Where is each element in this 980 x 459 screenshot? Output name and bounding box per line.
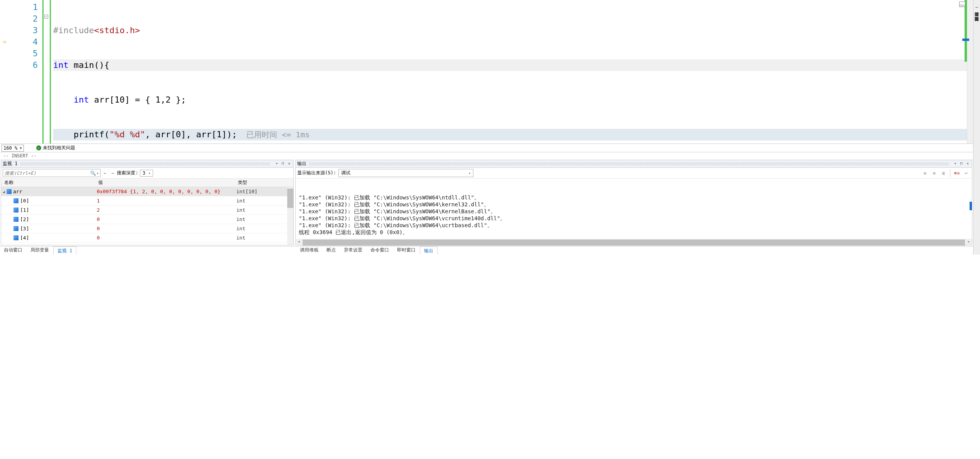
expand-icon[interactable]: ◢	[1, 189, 7, 194]
editor-vscrollbar[interactable]	[967, 0, 973, 143]
pin-icon[interactable]: ⊓	[959, 161, 964, 167]
indent-right-icon[interactable]: ≡	[930, 169, 938, 177]
watch-row[interactable]: [0]1int	[1, 196, 293, 206]
watch-row[interactable]: ◢arr0x00f3f784 {1, 2, 0, 0, 0, 0, 0, 0, …	[1, 187, 293, 196]
variable-icon	[13, 208, 19, 213]
fold-gutter[interactable]: −	[42, 0, 51, 143]
wrap-icon[interactable]: ↩	[962, 169, 970, 177]
output-source-label: 显示输出来源(S):	[297, 170, 336, 176]
zoom-selector[interactable]: 160 %▼	[2, 145, 24, 152]
watch-columns: 名称 值 类型	[1, 179, 293, 187]
dropdown-icon[interactable]: ▾	[953, 161, 958, 167]
chevron-down-icon[interactable]: ▾	[97, 171, 99, 175]
fold-toggle-icon[interactable]: −	[44, 15, 48, 19]
align-icon[interactable]: ≣	[939, 169, 948, 177]
caret-indicator	[962, 39, 969, 41]
variable-icon	[13, 226, 19, 231]
watch-title: 监视 1	[3, 160, 17, 167]
tab-局部变量[interactable]: 局部变量	[27, 246, 53, 255]
editor-statusbar: 160 %▼ ✓ 未找到相关问题	[0, 143, 973, 152]
variable-icon	[13, 217, 19, 222]
chevron-down-icon[interactable]: ▼	[20, 146, 22, 150]
tab-自动窗口[interactable]: 自动窗口	[0, 246, 27, 255]
panel-grip[interactable]	[20, 162, 270, 165]
check-icon: ✓	[36, 145, 41, 150]
variable-icon	[7, 189, 12, 194]
caret-indicator	[970, 202, 972, 210]
tab-即时窗口[interactable]: 即时窗口	[393, 246, 420, 255]
output-title: 输出	[297, 160, 306, 167]
watch-row[interactable]: [2]0int	[1, 215, 293, 224]
search-icon[interactable]: 🔍	[90, 170, 96, 176]
bottom-tabstrip: 自动窗口局部变量监视 1 调用堆栈断点异常设置命令窗口即时窗口输出	[0, 246, 973, 255]
line-numbers: 1 2 3 4 5 6	[13, 0, 42, 143]
variable-icon	[13, 235, 19, 240]
tab-监视 1[interactable]: 监视 1	[53, 246, 76, 255]
panel-grip[interactable]	[310, 162, 949, 165]
tab-命令窗口[interactable]: 命令窗口	[367, 246, 393, 255]
right-sidebar-tabs[interactable]: …资源管理器 团队资源管理器	[973, 0, 980, 255]
tab-异常设置[interactable]: 异常设置	[340, 246, 367, 255]
watch-vscrollbar[interactable]	[287, 187, 293, 245]
watch-search-input[interactable]: 🔍 ▾	[3, 169, 101, 177]
watch-grid[interactable]: ◢arr0x00f3f784 {1, 2, 0, 0, 0, 0, 0, 0, …	[1, 187, 293, 245]
clear-icon[interactable]: ✖≡	[953, 169, 961, 177]
nav-fwd-icon[interactable]: →	[109, 170, 115, 176]
variable-icon	[13, 198, 19, 203]
output-panel: 输出 ▾ ⊓ ✕ 显示输出来源(S): 调试▾ ≡ ≡ ≣	[295, 160, 972, 245]
tab-断点[interactable]: 断点	[323, 246, 340, 255]
watch-row[interactable]: [1]2int	[1, 206, 293, 215]
watch-panel: 监视 1 ▾ ⊓ ✕ 🔍 ▾ ← → 搜索深度: 3▾	[1, 160, 294, 245]
nav-back-icon[interactable]: ←	[102, 170, 108, 176]
watch-row[interactable]: [4]0int	[1, 233, 293, 243]
close-icon[interactable]: ✕	[965, 161, 970, 167]
tab-输出[interactable]: 输出	[420, 246, 438, 255]
current-line-arrow-icon: ➩	[2, 38, 6, 46]
code-editor[interactable]: ➩ 1 2 3 4 5 6 − #include<stdio.h> int ma…	[0, 0, 973, 143]
code-content[interactable]: #include<stdio.h> int main(){ int arr[10…	[51, 0, 967, 143]
close-icon[interactable]: ✕	[286, 161, 292, 167]
watch-row[interactable]: [3]0int	[1, 224, 293, 233]
change-indicator	[965, 0, 967, 62]
depth-selector[interactable]: 3▾	[140, 170, 153, 177]
indent-left-icon[interactable]: ≡	[921, 169, 929, 177]
dropdown-icon[interactable]: ▾	[274, 161, 280, 167]
output-source-select[interactable]: 调试▾	[338, 169, 473, 177]
split-view-icon[interactable]	[959, 2, 965, 7]
team-explorer-tab[interactable]: 团队资源管理器	[973, 11, 980, 16]
tab-调用堆栈[interactable]: 调用堆栈	[296, 246, 323, 255]
pin-icon[interactable]: ⊓	[280, 161, 286, 167]
problems-status: 未找到相关问题	[43, 145, 75, 151]
output-hscrollbar[interactable]: ◂ ▸	[296, 239, 972, 245]
depth-label: 搜索深度:	[117, 170, 138, 176]
resource-explorer-tab[interactable]: …资源管理器	[973, 2, 980, 11]
output-text[interactable]: "1.exe" (Win32): 已加载 "C:\Windows\SysWOW6…	[296, 179, 972, 239]
vim-mode-status: -- INSERT --	[0, 152, 973, 159]
